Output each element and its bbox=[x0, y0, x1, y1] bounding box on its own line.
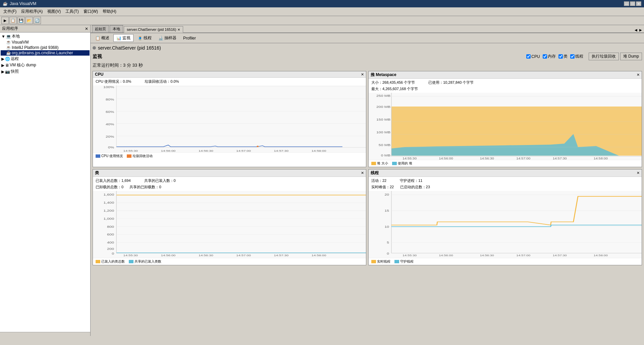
classes-chart-stats2: 已卸载的总数：0 共享的已卸载数：0 bbox=[93, 185, 366, 191]
svg-text:100 MB: 100 MB bbox=[376, 130, 390, 134]
svg-text:14:55:30: 14:55:30 bbox=[123, 149, 138, 152]
heap-chart-close[interactable]: ✕ bbox=[637, 73, 640, 77]
threads-chart-svg: 20 15 10 5 0 bbox=[369, 191, 642, 258]
tab-nav-right[interactable]: ▶ bbox=[639, 27, 643, 32]
heap-chart-stats2: 最大：4,265,607,168 个字节 bbox=[369, 86, 642, 93]
tab-server-close[interactable]: ✕ bbox=[177, 28, 180, 31]
app-icon: ☕ bbox=[3, 1, 8, 6]
tree-coredump[interactable]: ▶ 🖥 VM 核心 dump bbox=[1, 62, 90, 68]
minimize-button[interactable]: — bbox=[624, 1, 629, 6]
tree-icon-launcher: ☕ bbox=[6, 51, 11, 55]
tree-local[interactable]: ▼ 💻 本地 bbox=[1, 33, 90, 40]
svg-text:250 MB: 250 MB bbox=[376, 94, 390, 97]
svg-text:5: 5 bbox=[387, 241, 389, 244]
threads-chart-legend: 实时线程 守护线程 bbox=[369, 258, 642, 265]
tab-monitor-label: 监视 bbox=[122, 35, 130, 41]
svg-text:1,600: 1,600 bbox=[104, 193, 114, 196]
tree-label-launcher: org.jetbrains.jps.cmdline.Launcher bbox=[12, 51, 73, 55]
right-content: 起始页 本地 server.ChatServer (pid 16516) ✕ ◀… bbox=[91, 25, 644, 336]
tree-icon-visualvm: ☕ bbox=[6, 40, 11, 45]
charts-grid: CPU ✕ CPU 使用情况：0.0% 垃圾回收活动：0.0% bbox=[93, 71, 642, 265]
svg-text:40%: 40% bbox=[106, 123, 114, 126]
tree-visualvm[interactable]: ☕ VisualVM bbox=[1, 40, 90, 45]
tree-label-visualvm: VisualVM bbox=[12, 40, 29, 45]
tab-nav-left[interactable]: ◀ bbox=[634, 27, 638, 32]
content-tabs: 📋 概述 📊 监视 🧵 线程 🔬 抽样器 Profiler bbox=[91, 33, 644, 43]
toolbar-btn-4[interactable]: 📂 bbox=[25, 17, 33, 24]
tab-overview[interactable]: 📋 概述 bbox=[93, 34, 112, 42]
tree-launcher[interactable]: ☕ org.jetbrains.jps.cmdline.Launcher bbox=[1, 50, 90, 56]
legend-heap-used-label: 使用的 堆 bbox=[398, 161, 412, 166]
tree-remote[interactable]: ▶ 🌐 远程 bbox=[1, 56, 90, 62]
check-threads[interactable]: 线程 bbox=[570, 54, 583, 59]
tab-threads-icon: 🧵 bbox=[138, 36, 143, 41]
cpu-chart-svg: 100% 80% 60% 40% 20% 0% bbox=[93, 85, 366, 152]
tree-intellij[interactable]: ☕ IntelliJ Platform (pid 9368) bbox=[1, 45, 90, 50]
left-panel-scrollbar[interactable] bbox=[0, 332, 90, 336]
process-title: server.ChatServer (pid 16516) bbox=[98, 45, 161, 51]
left-panel-close[interactable]: ✕ bbox=[85, 26, 88, 31]
classes-chart-svg: 1,600 1,400 1,200 1,000 800 600 400 200 … bbox=[93, 191, 366, 258]
tab-sampler-label: 抽样器 bbox=[164, 35, 176, 41]
svg-text:14:56:30: 14:56:30 bbox=[480, 157, 494, 160]
cpu-chart-close[interactable]: ✕ bbox=[361, 72, 364, 77]
toolbar-btn-3[interactable]: 💾 bbox=[17, 17, 25, 24]
check-classes[interactable]: 类 bbox=[558, 54, 568, 59]
legend-cpu-color bbox=[96, 154, 100, 158]
toolbar-btn-1[interactable]: ▶ bbox=[1, 17, 9, 24]
threads-peak-stat: 实时峰值：22 bbox=[371, 185, 395, 189]
check-cpu[interactable]: CPU bbox=[526, 54, 540, 59]
tree-label-intellij: IntelliJ Platform (pid 9368) bbox=[12, 45, 58, 50]
svg-text:60%: 60% bbox=[106, 110, 114, 114]
tree-label-snapshot: 快照 bbox=[11, 69, 19, 74]
svg-text:1,400: 1,400 bbox=[104, 201, 114, 204]
tab-threads[interactable]: 🧵 线程 bbox=[135, 34, 154, 42]
monitor-section-label: 监视 bbox=[93, 54, 102, 60]
menu-file[interactable]: 文件(F) bbox=[1, 8, 18, 15]
toolbar-btn-2[interactable]: 📋 bbox=[9, 17, 17, 24]
classes-chart-close[interactable]: ✕ bbox=[361, 171, 364, 175]
svg-text:150 MB: 150 MB bbox=[376, 118, 390, 121]
check-memory[interactable]: 内存 bbox=[543, 54, 556, 59]
tree-icon-intellij: ☕ bbox=[6, 45, 11, 50]
gc-activity-label: 垃圾回收活动：0.0% bbox=[145, 79, 179, 84]
heap-chart-body: 250 MB 200 MB 150 MB 100 MB 50 MB 0 MB bbox=[369, 93, 642, 160]
tree-snapshot[interactable]: ▶ 📷 快照 bbox=[1, 68, 90, 75]
tree-icon-coredump: 🖥 bbox=[5, 63, 9, 68]
threads-chart-close[interactable]: ✕ bbox=[637, 171, 640, 175]
tab-start[interactable]: 起始页 bbox=[92, 25, 109, 32]
legend-daemon-threads-color bbox=[394, 260, 399, 263]
tree-arrow-local: ▼ bbox=[1, 34, 5, 39]
tree-label-coredump: VM 核心 dump bbox=[10, 62, 36, 68]
tab-overview-label: 概述 bbox=[101, 35, 109, 41]
svg-text:80%: 80% bbox=[106, 98, 114, 101]
svg-rect-68 bbox=[369, 191, 642, 258]
close-button[interactable]: ✕ bbox=[636, 1, 641, 6]
maximize-button[interactable]: □ bbox=[630, 1, 635, 6]
tab-monitor[interactable]: 📊 监视 bbox=[113, 34, 133, 42]
menu-window[interactable]: 窗口(W) bbox=[82, 8, 100, 15]
heap-max-stat: 最大：4,265,607,168 个字节 bbox=[371, 87, 418, 91]
menu-app[interactable]: 应用程序(A) bbox=[19, 8, 45, 15]
cpu-chart-legend: CPU 使用情况 垃圾回收活动 bbox=[93, 152, 366, 159]
threads-chart-stats: 活动：22 守护进程：11 bbox=[369, 177, 642, 185]
tree-arrow-remote: ▶ bbox=[1, 57, 4, 61]
tab-sampler[interactable]: 🔬 抽样器 bbox=[156, 34, 179, 42]
gc-button[interactable]: 执行垃圾回收 bbox=[589, 53, 619, 60]
menu-help[interactable]: 帮助(H) bbox=[101, 8, 118, 15]
svg-text:14:57:00: 14:57:00 bbox=[516, 157, 530, 160]
svg-text:1,000: 1,000 bbox=[104, 217, 114, 220]
tab-profiler[interactable]: Profiler bbox=[180, 35, 199, 41]
heap-dump-button[interactable]: 堆 Dump bbox=[620, 53, 642, 60]
menu-tools[interactable]: 工具(T) bbox=[63, 8, 80, 15]
toolbar-btn-5[interactable]: 🔄 bbox=[34, 17, 41, 24]
svg-text:14:57:30: 14:57:30 bbox=[553, 254, 567, 257]
tree-label-remote: 远程 bbox=[11, 56, 19, 62]
tab-server[interactable]: server.ChatServer (pid 16516) ✕ bbox=[124, 26, 183, 33]
menu-view[interactable]: 视图(V) bbox=[45, 8, 63, 15]
tab-threads-label: 线程 bbox=[144, 35, 152, 41]
svg-text:14:56:00: 14:56:00 bbox=[439, 157, 453, 160]
heap-chart-legend: 堆 大小 使用的 堆 bbox=[369, 160, 642, 167]
threads-chart-header: 线程 ✕ bbox=[369, 169, 642, 177]
tab-local[interactable]: 本地 bbox=[110, 25, 123, 32]
